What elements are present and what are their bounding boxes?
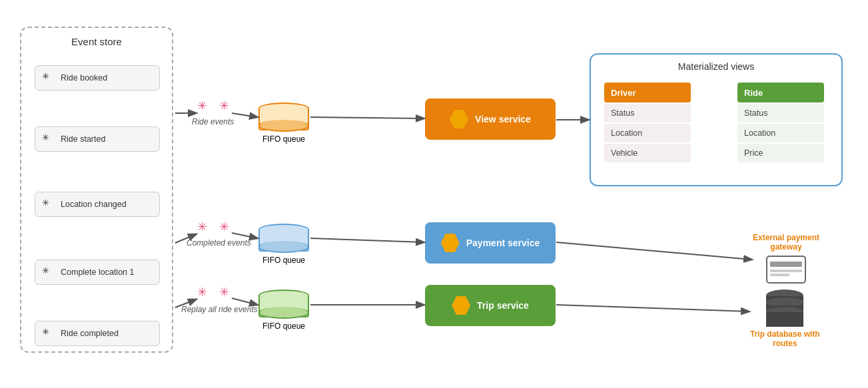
small-cog-1: ✳ (197, 98, 207, 113)
ride-row-status: Status (737, 104, 824, 122)
trip-database-label: Trip database withroutes (750, 329, 820, 348)
small-cogs-bot: ✳ ✳ (197, 285, 229, 299)
fifo-queue-bot: FIFO queue (258, 290, 309, 331)
materialized-views-box: Materialized views Driver Status Locatio… (590, 53, 843, 186)
svg-line-11 (556, 305, 749, 311)
fifo-queue-mid-label: FIFO queue (262, 256, 305, 265)
event-item-ride-completed: ✳ Ride completed (35, 321, 160, 346)
driver-column: Driver Status Location Vehicle (604, 83, 691, 164)
external-payment-label: External paymentgateway (753, 233, 819, 252)
hexagon-icon-trip (452, 296, 470, 315)
small-cogs-mid: ✳ ✳ (197, 220, 229, 234)
hexagon-icon-payment (441, 234, 460, 252)
ride-column: Ride Status Location Price (737, 83, 824, 164)
event-item-location-changed: ✳ Location changed (35, 192, 160, 217)
external-payment-gateway: External paymentgateway (753, 233, 819, 284)
event-item-ride-booked: ✳ Ride booked (35, 65, 160, 91)
ride-header: Ride (737, 83, 824, 102)
ride-row-location: Location (737, 124, 824, 142)
event-store-title: Event store (71, 36, 122, 47)
svg-line-2 (310, 117, 424, 118)
driver-row-status: Status (604, 104, 691, 122)
fifo-queue-top: FIFO queue (258, 102, 309, 144)
driver-row-vehicle: Vehicle (604, 144, 691, 162)
cog-icon-ride-started: ✳ (42, 132, 55, 146)
trip-service-box: Trip service (425, 285, 556, 326)
trip-database: Trip database withroutes (750, 290, 820, 348)
svg-line-9 (232, 298, 257, 305)
database-icon (766, 290, 803, 325)
credit-card-icon (766, 256, 806, 284)
payment-service-box: Payment service (425, 222, 556, 264)
cog-icon-ride-completed: ✳ (42, 327, 55, 340)
cog-icon-location-changed: ✳ (42, 198, 55, 211)
event-store-box: Event store ✳ Ride booked ✳ Ride started… (20, 27, 173, 353)
cylinder-bot (258, 290, 309, 319)
fifo-queue-mid: FIFO queue (258, 224, 309, 265)
small-cog-4: ✳ (219, 220, 229, 234)
driver-row-location: Location (604, 124, 691, 142)
svg-line-1 (232, 113, 257, 117)
cog-icon-ride-booked: ✳ (42, 71, 55, 85)
ride-row-price: Price (737, 144, 824, 162)
svg-line-6 (310, 238, 424, 242)
cog-icon-complete-location: ✳ (42, 266, 55, 279)
event-label-completed: Completed events (187, 238, 251, 248)
view-service-box: View service (425, 98, 556, 140)
small-cog-5: ✳ (197, 285, 207, 299)
svg-line-5 (232, 233, 257, 238)
small-cog-6: ✳ (219, 285, 229, 299)
diagram: Event store ✳ Ride booked ✳ Ride started… (0, 0, 868, 388)
event-label-replay: Replay all ride events (181, 305, 258, 314)
small-cogs-top: ✳ ✳ (197, 98, 229, 113)
event-label-ride-events: Ride events (192, 117, 234, 126)
cylinder-top (258, 102, 309, 132)
small-cog-3: ✳ (197, 220, 207, 234)
mat-views-title: Materialized views (678, 61, 754, 72)
event-item-ride-started: ✳ Ride started (35, 126, 160, 152)
hexagon-icon-view (450, 110, 468, 128)
driver-header: Driver (604, 83, 691, 102)
svg-line-7 (556, 242, 751, 260)
cylinder-mid (258, 224, 309, 253)
small-cog-2: ✳ (219, 98, 229, 113)
event-item-complete-location: ✳ Complete location 1 (35, 260, 160, 285)
fifo-queue-bot-label: FIFO queue (262, 321, 305, 331)
fifo-queue-top-label: FIFO queue (262, 134, 305, 144)
